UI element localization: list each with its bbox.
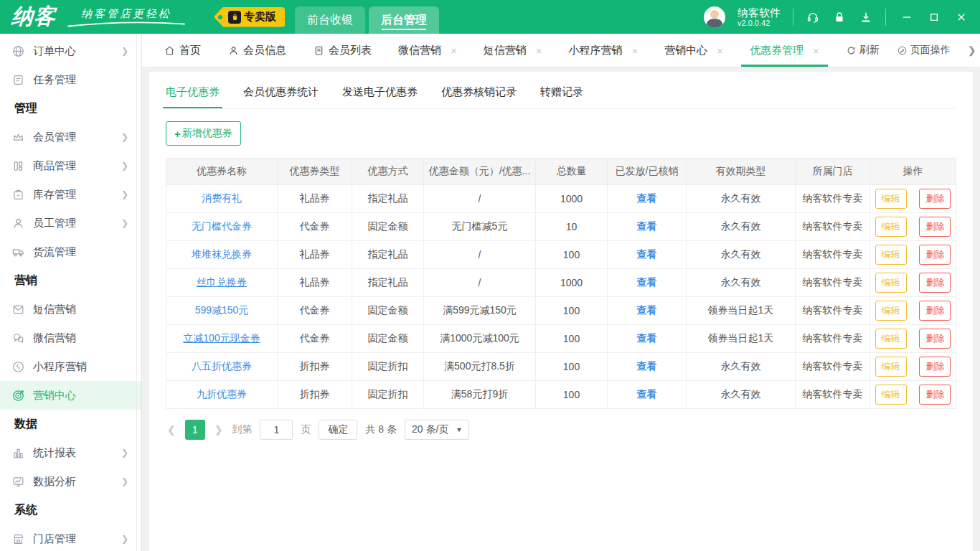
tab-miniprogram-marketing[interactable]: 小程序营销 ×: [569, 34, 639, 67]
sidebar-item-inventory-management[interactable]: 库存管理 ❯: [0, 180, 141, 209]
col-actions: 操作: [870, 159, 956, 185]
coupon-name-link[interactable]: 九折优惠券: [197, 388, 247, 400]
sidebar-item-sms-marketing[interactable]: 短信营销: [0, 295, 141, 324]
delete-button[interactable]: 删除: [919, 273, 951, 293]
view-link[interactable]: 查看: [637, 360, 657, 372]
delete-button[interactable]: 删除: [919, 329, 951, 349]
total-quantity-cell: 1000: [536, 269, 608, 297]
coupon-name-link[interactable]: 八五折优惠券: [192, 360, 252, 372]
customer-service-icon[interactable]: [806, 10, 820, 24]
edit-button[interactable]: 编辑: [875, 189, 907, 209]
delete-button[interactable]: 删除: [919, 189, 951, 209]
validity-type-cell: 永久有效: [687, 185, 796, 213]
edit-button[interactable]: 编辑: [875, 245, 907, 265]
tab-sms-marketing[interactable]: 短信营销 ×: [484, 34, 542, 67]
store-cell: 纳客软件专卖: [796, 213, 870, 241]
sidebar-item-miniprogram-marketing[interactable]: 小程序营销: [0, 352, 141, 381]
sidebar-item-staff-management[interactable]: 员工管理 ❯: [0, 209, 141, 237]
view-link[interactable]: 查看: [637, 192, 657, 204]
table-row: 消费有礼 礼品券 指定礼品 / 1000 查看 永久有效 纳客软件专卖 编辑 删…: [166, 185, 956, 213]
prev-page-button[interactable]: ❮: [166, 424, 177, 435]
view-link[interactable]: 查看: [637, 388, 657, 400]
lock-icon[interactable]: [832, 10, 847, 24]
goto-prefix-label: 到第: [232, 423, 252, 436]
total-quantity-cell: 1000: [536, 185, 608, 213]
delete-button[interactable]: 删除: [919, 301, 951, 321]
delete-button[interactable]: 删除: [919, 217, 951, 237]
close-tab-icon[interactable]: ×: [813, 44, 819, 57]
current-page-button[interactable]: 1: [185, 420, 205, 440]
discount-amount-cell: /: [424, 185, 536, 213]
close-tab-icon[interactable]: ×: [717, 44, 723, 57]
close-tab-icon[interactable]: ×: [451, 44, 457, 57]
delete-button[interactable]: 删除: [919, 357, 951, 377]
close-tab-icon[interactable]: ×: [536, 44, 542, 57]
discount-amount-cell: 满599元减150元: [424, 297, 536, 325]
sidebar-item-product-management[interactable]: 商品管理 ❯: [0, 151, 141, 180]
download-icon[interactable]: [859, 10, 873, 24]
maximize-button[interactable]: [928, 11, 940, 23]
add-coupon-button[interactable]: + 新增优惠券: [166, 121, 241, 146]
edit-button[interactable]: 编辑: [875, 273, 907, 293]
tab-member-list[interactable]: 会员列表: [313, 34, 372, 67]
sidebar-item-task-management[interactable]: 任务管理: [0, 65, 141, 94]
delete-button[interactable]: 删除: [919, 385, 951, 405]
subtab-send-electronic-coupons[interactable]: 发送电子优惠券: [342, 85, 418, 108]
delete-button[interactable]: 删除: [919, 245, 951, 265]
store-cell: 纳客软件专卖: [796, 269, 870, 297]
edit-button[interactable]: 编辑: [875, 357, 907, 377]
sidebar-item-logistics-management[interactable]: 货流管理: [0, 237, 141, 266]
subtab-transfer-records[interactable]: 转赠记录: [540, 85, 583, 108]
confirm-page-button[interactable]: 确定: [319, 420, 357, 440]
subtab-coupon-redeem-records[interactable]: 优惠券核销记录: [441, 85, 517, 108]
tab-coupon-management[interactable]: 优惠券管理 ×: [750, 34, 819, 67]
tab-member-info[interactable]: 会员信息: [227, 34, 286, 67]
sidebar-item-data-analysis[interactable]: 数据分析 ❯: [0, 467, 141, 496]
sidebar-item-marketing-center[interactable]: 营销中心: [0, 381, 141, 410]
tab-marketing-center[interactable]: 营销中心 ×: [664, 34, 723, 67]
close-button[interactable]: [956, 11, 967, 23]
coupon-name-link[interactable]: 立减100元现金券: [183, 332, 260, 344]
subtab-member-coupon-stats[interactable]: 会员优惠券统计: [243, 85, 319, 108]
divider: [793, 9, 793, 26]
close-tab-icon[interactable]: ×: [632, 44, 639, 57]
subtab-electronic-coupons[interactable]: 电子优惠券: [166, 85, 220, 108]
view-link[interactable]: 查看: [637, 220, 657, 232]
coupon-name-link[interactable]: 堆堆袜兑换券: [192, 248, 252, 260]
avatar[interactable]: [704, 6, 725, 28]
backend-management-button[interactable]: 后台管理: [369, 6, 439, 34]
sidebar-item-statistics-report[interactable]: 统计报表 ❯: [0, 438, 141, 467]
expand-chevron-icon[interactable]: ❯: [968, 44, 976, 56]
coupon-name-link[interactable]: 无门槛代金券: [192, 220, 252, 232]
view-link[interactable]: 查看: [637, 304, 657, 316]
crown-icon: [11, 131, 25, 144]
tab-wechat-marketing[interactable]: 微信营销 ×: [398, 34, 457, 67]
sidebar-item-store-management[interactable]: 门店管理 ❯: [0, 524, 141, 551]
minimize-button[interactable]: [901, 11, 913, 23]
coupon-name-link[interactable]: 599减150元: [195, 304, 249, 316]
edit-button[interactable]: 编辑: [875, 301, 907, 321]
page-size-select[interactable]: 20 条/页 ▼: [405, 420, 469, 440]
discount-amount-cell: 满1000元减100元: [424, 325, 536, 353]
validity-type-cell: 领券当日起1天: [687, 297, 796, 325]
coupon-name-link[interactable]: 消费有礼: [202, 192, 242, 204]
tab-home[interactable]: 首页: [164, 34, 201, 67]
view-link[interactable]: 查看: [637, 248, 657, 260]
coupon-name-link[interactable]: 丝巾兑换券: [197, 276, 247, 288]
user-meta: 纳客软件 v2.0.0.42: [738, 6, 781, 28]
next-page-button[interactable]: ❯: [213, 424, 225, 435]
sidebar-item-order-center[interactable]: 订单中心 ❯: [0, 37, 141, 65]
edit-button[interactable]: 编辑: [875, 385, 907, 405]
view-link[interactable]: 查看: [637, 276, 657, 288]
goto-page-input[interactable]: [260, 420, 293, 440]
edit-button[interactable]: 编辑: [875, 329, 907, 349]
front-cashier-button[interactable]: 前台收银: [295, 6, 365, 34]
refresh-button[interactable]: 刷新: [846, 44, 880, 57]
edit-button[interactable]: 编辑: [875, 217, 907, 237]
sidebar-item-member-management[interactable]: 会员管理 ❯: [0, 123, 141, 151]
page-operations-button[interactable]: 页面操作: [897, 44, 951, 57]
chevron-right-icon: ❯: [121, 218, 128, 228]
sidebar-item-wechat-marketing[interactable]: 微信营销: [0, 324, 141, 352]
validity-type-cell: 永久有效: [687, 241, 796, 269]
view-link[interactable]: 查看: [637, 332, 657, 344]
